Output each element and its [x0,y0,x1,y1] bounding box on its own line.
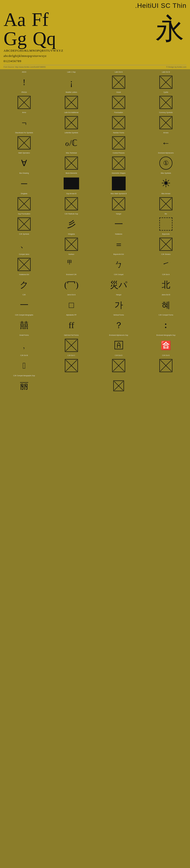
cell-content [143,379,189,393]
cell-label: CJK Strokes [161,253,170,257]
cell-label: Diacriticals For Symbols [15,132,33,135]
cell-content: 가 [96,298,142,312]
cell-label: Currency Symbols [159,112,173,115]
copyright-text: © Design by fontke.com [166,66,186,68]
cell-label: Enclosed Alphanums [158,152,174,155]
cell-content [96,96,142,109]
cell-content [1,217,47,231]
cell-content: 一 [96,217,142,231]
cell-label: Enclosed Ideographs Sup [156,334,175,338]
grid-row: IPA Ext Modifier Letters Greek Cyrillic [0,90,190,111]
cell-label: Greek [116,91,121,95]
cell-label: Alphabetic PF [66,314,77,317]
cell-content [96,156,142,170]
cell-content [143,75,189,89]
cell-label: CJK Ext B [21,354,28,358]
grid-cell: Alphabetic PFff [48,313,95,333]
grid-cell: Dingbats [0,192,48,212]
cell-content: ∀ [1,156,47,170]
cell-content: ﹐ [1,339,47,352]
grid-cell: Hiragana [48,232,95,252]
cell-label: Latin Ext Additional [64,112,79,115]
grid-cell: Latin Ext A [95,70,142,90]
grid-cell: Bopomofo [142,232,190,252]
cell-label: Control Pictures [113,152,125,155]
cell-label: CJK Compat [114,274,123,277]
grid-cell: Compat Jamo [0,252,48,273]
grid-cell: CJK Ext A北 [142,273,190,293]
cell-content: ℴ/ℂ [48,136,94,150]
grid-cell: Block Elements [48,171,95,192]
cell-label: Etc [164,213,167,216]
cell-label: Letterlike Symbols [65,132,78,135]
cell-content: 災パ [96,278,142,291]
grid-cell: CJK Compat Forms︰ [142,313,190,333]
cell-content [1,96,47,109]
cell-content: 、 [1,238,47,251]
cell-content [48,359,94,372]
cell-content: 北 [143,278,189,291]
grid-row: CJK Compat Ideographs囍Alphabetic PFffVer… [0,313,190,333]
cell-content: ff [48,318,94,332]
grid-row: Armo¬Latin Ext Additional Punctuation Cu… [0,111,190,131]
demo-char-aa: Aa [4,10,26,29]
grid-row: CJK Ext B𠀀CJK Ext C CJK Ext D CJK Ext E [0,353,190,374]
grid-cell: CJK Ext B𠀀 [0,353,48,374]
grid-cell: Enclosed Alphanums① [142,151,190,171]
demo-char-ff: Ff [32,10,48,29]
cell-label: Misc Technical [66,152,77,155]
cell-content: ？ [96,318,142,332]
cell-content: 🄰 [96,339,142,352]
cell-label: Latin Ext A [115,71,122,74]
cell-label: CJK Ext D [115,354,122,358]
grid-cell: Bopomofo Extㄅ [95,252,142,273]
grid-cell: Enclosed Ideographs Sup🈴 [142,333,190,353]
grid-cell: CJK Compat Ideographs囍 [0,313,48,333]
grid-row: Diacriticals For Symbols Letterlike Symb… [0,131,190,151]
cell-label: CJK Compat Ideographs [15,314,33,317]
cell-label: Modifier Letters [66,91,77,95]
cell-label: CJK Ext C [68,354,75,358]
grid-cell: Enclosed Alphanums Sup🄰 [95,333,142,353]
cell-label: Misc Math Symbols B [111,193,126,196]
cell-content: 丽 [1,379,47,393]
grid-cell: Latin Ext Additional [48,111,95,131]
grid-cell: Katakana＝ [95,232,142,252]
cell-label: ASCII [22,71,26,74]
grid-cell [48,374,95,394]
grid-row: CJK Compat Ideographs Sup丽 [0,374,190,394]
header-section: .HeitiUI SC Thin Aa Ff Gg Qq 永 ABCDEFGHI… [0,0,190,69]
cell-content [143,96,189,109]
grid-cell: CJK Radicals Sup彡 [48,212,95,232]
grid-cell: Enclosed CJK(冖) [48,273,95,293]
cell-content [96,177,142,190]
cell-label: Box Drawing [20,172,29,176]
grid-cell: Kangxi一 [95,212,142,232]
cell-content: ☀ [143,177,189,190]
alphabet-lower: abcdefghijklmnopqrstuvwxyz [4,53,186,59]
cell-content: ─ [1,177,47,190]
grid-cell: Control Pictures [95,151,142,171]
cell-label: Half And Full Forms [64,334,79,338]
cell-content: ㄅ [96,258,142,271]
cell-label: IPA Ext [22,91,27,95]
grid-cell: Cyrillic [142,90,190,111]
cell-label: CJK Ext A [162,274,170,277]
grid-cell: CJK Strokes㇀ [142,252,190,273]
cell-content [48,96,94,109]
cell-content [96,75,142,89]
cell-label: Misc Arrows [161,193,170,196]
cell-label: Compat Jamo [19,253,30,257]
grid-cell: Punctuation [95,111,142,131]
cell-label: Kangxi [116,213,121,216]
source-text: Font Source: http://www.fontke.com/font/… [4,66,46,68]
grid-cell: Katakana Extク [0,273,48,293]
cell-content: 🈴 [143,339,189,352]
cell-label: Block Elements [66,172,77,176]
cell-label: Geometric Shapes [112,172,126,176]
cell-label: Latin 1 Sup [67,71,76,74]
cell-label: Arrows [163,132,168,135]
cell-content [143,197,189,211]
cell-content [96,136,142,150]
demo-char-gg: Gg [4,29,27,48]
